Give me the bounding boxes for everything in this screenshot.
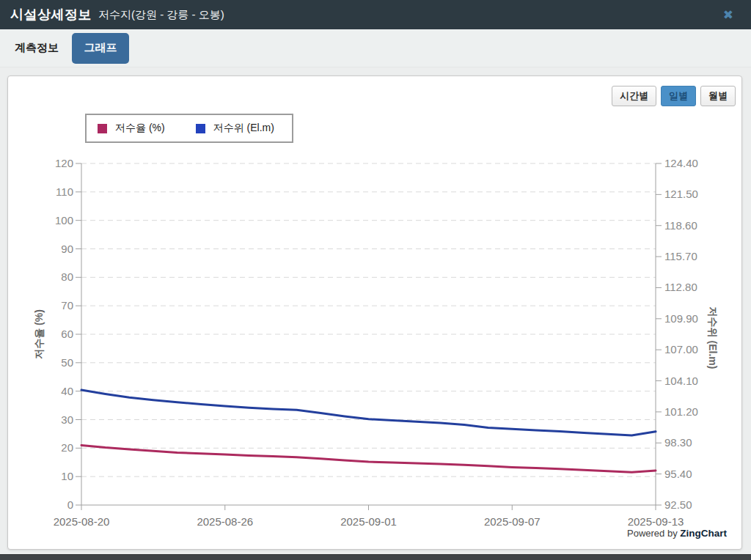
left-tick-label: 60: [61, 328, 73, 340]
powered-by-text: Powered by: [627, 528, 680, 539]
level-series-line: [81, 390, 656, 435]
right-axis-title: 저수위 (El.m): [707, 307, 719, 369]
chart-panel: 시간별 일별 월별 저수율 (%) 저수위 (El.m) 01020304050…: [7, 75, 742, 550]
zingchart-brand[interactable]: ZingChart: [680, 528, 727, 539]
right-tick-label: 124.40: [664, 157, 698, 169]
dialog-title: 시설상세정보: [10, 6, 92, 23]
tab-graph[interactable]: 그래프: [72, 33, 129, 64]
left-tick-label: 110: [56, 185, 73, 198]
right-tick-label: 112.80: [664, 281, 697, 293]
powered-by: Powered by ZingChart: [627, 528, 727, 539]
left-tick-label: 10: [61, 470, 73, 482]
right-tick-label: 98.30: [664, 436, 692, 449]
right-tick-label: 121.50: [664, 188, 698, 200]
x-tick-label: 2025-09-13: [628, 515, 684, 528]
right-tick-label: 107.00: [664, 343, 698, 355]
x-tick-label: 2025-09-01: [340, 515, 397, 528]
left-tick-label: 0: [67, 498, 73, 511]
right-tick-label: 101.20: [664, 405, 698, 418]
right-tick-label: 92.50: [664, 498, 692, 511]
left-tick-label: 30: [61, 413, 73, 426]
x-tick-label: 2025-08-20: [54, 515, 110, 528]
left-tick-label: 40: [61, 385, 73, 397]
tab-bar: 계측정보 그래프: [0, 29, 751, 67]
dialog-subtitle: 저수지(강원 - 강릉 - 오봉): [98, 8, 224, 22]
left-tick-label: 50: [61, 356, 73, 369]
close-icon[interactable]: ✖: [723, 9, 733, 21]
left-tick-label: 100: [55, 214, 73, 226]
left-tick-label: 20: [61, 441, 73, 454]
rate-series-line: [81, 445, 656, 472]
tab-measurement-info[interactable]: 계측정보: [15, 34, 59, 62]
right-tick-label: 118.60: [664, 219, 697, 232]
left-tick-label: 70: [61, 299, 73, 312]
left-tick-label: 90: [61, 243, 73, 255]
left-tick-label: 80: [61, 270, 73, 283]
right-tick-label: 104.10: [664, 375, 698, 387]
page-bottom-strip: [0, 554, 751, 560]
left-axis-title: 저수율 (%): [33, 309, 45, 359]
left-tick-label: 120: [55, 157, 73, 169]
x-tick-label: 2025-09-07: [484, 515, 541, 528]
chart-area[interactable]: 010203040506070809010011012092.5095.4098…: [8, 76, 743, 550]
right-tick-label: 95.40: [664, 468, 692, 480]
right-tick-label: 109.90: [664, 312, 698, 325]
dialog-header: 시설상세정보 저수지(강원 - 강릉 - 오봉) ✖: [0, 0, 751, 29]
x-tick-label: 2025-08-26: [197, 515, 253, 528]
right-tick-label: 115.70: [664, 250, 697, 262]
